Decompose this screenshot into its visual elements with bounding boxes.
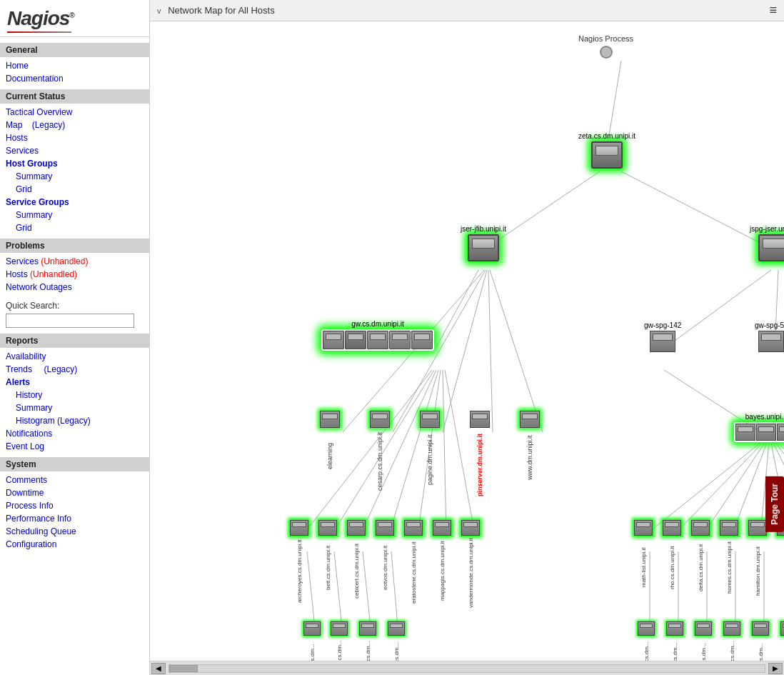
math-list-icon xyxy=(634,520,653,536)
pinserver-icon xyxy=(470,411,490,428)
elearning-node[interactable]: elearning xyxy=(320,411,340,483)
service-groups-link[interactable]: Service Groups xyxy=(0,196,149,209)
host-groups-summary-link[interactable]: Summary xyxy=(0,170,149,183)
people-node[interactable]: people.cs.dm... xyxy=(359,621,376,661)
comments-link[interactable]: Comments xyxy=(0,474,149,486)
rho-node[interactable]: rho.cs.dm.unipi.it xyxy=(663,520,681,598)
hosts-link[interactable]: Hosts xyxy=(0,131,149,144)
alerts-history-link[interactable]: History xyxy=(0,389,149,401)
cebicert-node[interactable]: cebicert.cs.dm.unipi.it xyxy=(347,520,366,605)
scroll-thumb[interactable] xyxy=(169,665,198,672)
jser-jfib-node[interactable]: jser-jfib.unipi.it xyxy=(461,225,506,261)
bbb01-label: bbb01.cs.dm... xyxy=(643,637,650,661)
services-link[interactable]: Services xyxy=(0,144,149,157)
network-map-container[interactable]: Nagios Process zeta.cs.dm.unipi.it jser-… xyxy=(150,21,784,661)
bett-label: bett.cs.dm.unipi.it xyxy=(325,537,331,598)
scroll-left-btn[interactable]: ◀ xyxy=(151,663,166,674)
notifications-link[interactable]: Notifications xyxy=(0,427,149,440)
eratostene-node[interactable]: eratostene.cs.dm.unipi.it xyxy=(404,520,423,609)
eotvos-node[interactable]: eotvos.dm.unipi.it xyxy=(376,520,394,598)
homes2-node[interactable]: homes.cs.dm... xyxy=(723,621,740,661)
scroll-right-btn[interactable]: ▶ xyxy=(768,663,783,674)
pinserver-node[interactable]: pinserver.dm.unipi.it xyxy=(470,411,490,501)
homes-node[interactable]: homes.cs.dm.unipi.it xyxy=(720,520,738,598)
gw-spg-142-label: gw-spg-142 xyxy=(644,321,681,329)
gw-spg-142-node[interactable]: gw-spg-142 xyxy=(644,321,681,352)
gw-spg-50-node[interactable]: gw-spg-50 xyxy=(755,321,784,352)
tactical-overview-link[interactable]: Tactical Overview xyxy=(0,106,149,119)
alerts-link[interactable]: Alerts xyxy=(0,376,149,389)
www-node[interactable]: www.dm.unipi.it xyxy=(520,411,540,486)
problems-section-header: Problems xyxy=(0,239,149,253)
mappagis-node[interactable]: mappagis.cs.dm.unipi.it xyxy=(433,520,451,605)
problems-hosts-link[interactable]: Hosts xyxy=(6,269,28,279)
alerts-histogram-link[interactable]: Histogram (Legacy) xyxy=(0,414,149,427)
svg-line-7 xyxy=(488,270,493,432)
documentation-link[interactable]: Documentation xyxy=(0,72,149,85)
main-content: v Network Map for All Hosts ≡ xyxy=(150,0,784,675)
zeta-node[interactable]: zeta.cs.dm.unipi.it xyxy=(578,132,635,169)
pagine-node[interactable]: pagine.dm.unipi.it xyxy=(420,411,440,490)
bayes-node[interactable]: bayes.unipi.it xyxy=(734,413,784,442)
home-link[interactable]: Home xyxy=(0,59,149,72)
login2-node[interactable]: login.dm.un... xyxy=(780,621,784,661)
manuzio-label: manuzio.cs.dm... xyxy=(336,637,343,661)
gw-spg-50-label: gw-spg-50 xyxy=(755,321,784,329)
problems-services-link[interactable]: Services xyxy=(6,256,39,266)
cloud-node[interactable]: cloud.cs.dm... xyxy=(666,621,683,661)
tonell-node[interactable]: tonell.cs.dm... xyxy=(388,621,405,661)
host-groups-link[interactable]: Host Groups xyxy=(0,157,149,170)
event-log-link[interactable]: Event Log xyxy=(0,440,149,453)
jspg-jser-node[interactable]: jspg-jser.unipi.it xyxy=(750,225,784,261)
bett-node[interactable]: bett.cs.dm.unipi.it xyxy=(318,520,337,598)
process-info-link[interactable]: Process Info xyxy=(0,499,149,512)
problems-hosts-unhandled-link[interactable]: (Unhandled) xyxy=(30,269,77,279)
lasker-node[interactable]: lasker.cs.dm.unipi.it xyxy=(777,520,784,601)
homes2-icon xyxy=(723,621,740,636)
bbb01-node[interactable]: bbb01.cs.dm... xyxy=(638,621,655,661)
configuration-link[interactable]: Configuration xyxy=(0,538,149,551)
manuzio-node[interactable]: manuzio.cs.dm... xyxy=(331,621,348,661)
page-tour-button[interactable]: Page Tour xyxy=(765,476,784,532)
map-title: Network Map for All Hosts xyxy=(168,5,275,16)
problems-services-unhandled-link[interactable]: (Unhandled) xyxy=(41,256,88,266)
current-status-header: Current Status xyxy=(0,89,149,104)
menu-icon[interactable]: ≡ xyxy=(769,3,777,18)
gw-cs-node[interactable]: gw.cs.dm.unipi.it xyxy=(321,320,434,351)
alerts-summary-link[interactable]: Summary xyxy=(0,401,149,414)
network-outages-link[interactable]: Network Outages xyxy=(0,281,149,294)
network-map: Nagios Process zeta.cs.dm.unipi.it jser-… xyxy=(150,21,784,661)
nagios-process-node: Nagios Process xyxy=(578,34,633,61)
availability-link[interactable]: Availability xyxy=(0,350,149,363)
host-groups-grid-link[interactable]: Grid xyxy=(0,183,149,196)
mappagis-icon xyxy=(433,520,451,536)
quick-search-input[interactable] xyxy=(6,314,134,328)
downtime-link[interactable]: Downtime xyxy=(0,486,149,499)
elearning-label: elearning xyxy=(326,429,333,483)
map-legacy-link[interactable]: Map (Legacy) xyxy=(0,119,149,131)
service-groups-summary-link[interactable]: Summary xyxy=(0,209,149,221)
horizontal-scrollbar[interactable]: ◀ ▶ xyxy=(150,661,784,675)
gauss-node[interactable]: gauss.cs.dm... xyxy=(303,621,321,661)
trends-legacy-link[interactable]: Trends (Legacy) xyxy=(0,363,149,376)
rho-icon xyxy=(663,520,681,536)
scheduling-queue-link[interactable]: Scheduling Queue xyxy=(0,525,149,538)
delta2-node[interactable]: delta.cs.dm... xyxy=(695,621,712,661)
gw-cs-label: gw.cs.dm.unipi.it xyxy=(321,320,434,328)
scroll-track[interactable] xyxy=(169,664,765,673)
cesarp-node[interactable]: cesarp.cs.dm.unipi.it xyxy=(370,411,390,494)
logo-area: Nagios® xyxy=(0,0,149,37)
problems-hosts-line: Hosts (Unhandled) xyxy=(0,268,149,281)
vandermonde-node[interactable]: vandermonde.cs.dm.unipi.it xyxy=(461,520,480,609)
service-groups-grid-link[interactable]: Grid xyxy=(0,221,149,234)
hamilton-node[interactable]: hamilton.dm.unipi.it xyxy=(748,520,767,605)
svg-line-8 xyxy=(490,270,543,432)
math-list-node[interactable]: math-list.unipi.it xyxy=(634,520,653,598)
bayes-icons xyxy=(734,422,784,442)
delta-node[interactable]: delta.cs.dm.unipi.it xyxy=(691,520,710,598)
general-section-header: General xyxy=(0,43,149,57)
performance-info-link[interactable]: Performance Info xyxy=(0,512,149,525)
archeroyes-node[interactable]: archeroyes.cs.dm.unipi.it xyxy=(290,520,308,605)
cebicert-icon xyxy=(347,520,366,536)
lasker2-node[interactable]: lasker.cs.dm... xyxy=(752,621,769,661)
